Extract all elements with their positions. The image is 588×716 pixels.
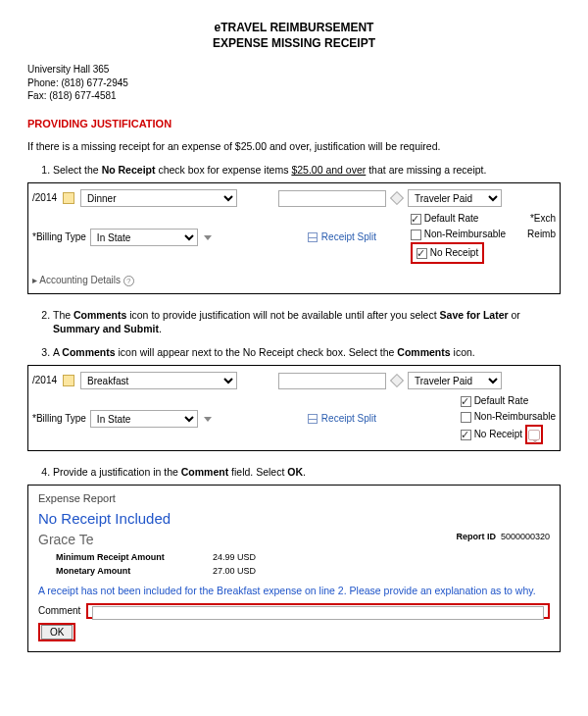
receipt-split-link[interactable]: Receipt Split <box>321 230 376 244</box>
monetary-label: Monetary Amount <box>56 565 213 577</box>
phone-line: Phone: (818) 677-2945 <box>27 77 561 90</box>
report-title: No Receipt Included <box>38 509 550 529</box>
billing-type-select[interactable]: In State <box>90 229 198 246</box>
report-note: A receipt has not been included for the … <box>38 584 550 597</box>
comments-icon-highlight <box>525 425 543 444</box>
page-title: eTRAVEL REIMBURSEMENT <box>27 20 561 35</box>
monetary-value: 27.00 USD <box>213 566 256 576</box>
section-heading: PROVIDING JUSTIFICATION <box>27 117 561 131</box>
step-1: Select the No Receipt check box for expe… <box>53 163 561 294</box>
screenshot-1: /2014 Dinner Traveler Paid *Billing Type… <box>27 182 561 294</box>
calendar-icon[interactable] <box>63 375 74 386</box>
default-rate-label: Default Rate <box>474 395 529 406</box>
comment-field-highlight <box>86 603 550 619</box>
date-fragment: /2014 <box>32 374 57 387</box>
step-4: Provide a justification in the Comment f… <box>53 465 561 652</box>
non-reimbursable-checkbox[interactable] <box>411 230 421 240</box>
no-receipt-label: No Receipt <box>430 247 478 258</box>
comment-input[interactable] <box>92 606 544 620</box>
expense-type-select[interactable]: Breakfast <box>80 372 237 389</box>
report-header: Expense Report <box>38 491 550 506</box>
non-reimbursable-label: Non-Reimbursable <box>424 229 506 239</box>
intro-text: If there is a missing receipt for an exp… <box>27 139 561 153</box>
help-icon[interactable]: ? <box>123 276 134 286</box>
step-3: A Comments icon will appear next to the … <box>53 345 561 451</box>
dropdown-icon <box>204 235 212 240</box>
amount-input[interactable] <box>278 373 386 389</box>
step-2: The Comments icon to provide justificati… <box>53 308 561 335</box>
reimb-label: Reimb <box>527 227 556 242</box>
expense-report-panel: Expense Report No Receipt Included Repor… <box>27 485 561 651</box>
receipt-split-link[interactable]: Receipt Split <box>321 412 376 426</box>
default-rate-label: Default Rate <box>424 213 479 224</box>
address-line: University Hall 365 <box>27 63 561 77</box>
calendar-icon[interactable] <box>63 192 74 204</box>
ok-button-highlight: OK <box>38 623 75 641</box>
report-id: Report ID 5000000320 <box>456 531 550 542</box>
non-reimbursable-checkbox[interactable] <box>461 412 471 423</box>
billing-type-label: *Billing Type <box>32 412 86 426</box>
payment-select[interactable]: Traveler Paid <box>408 372 502 389</box>
default-rate-checkbox[interactable] <box>461 396 471 407</box>
fax-line: Fax: (818) 677-4581 <box>27 89 561 103</box>
billing-type-select[interactable]: In State <box>90 410 198 428</box>
default-rate-checkbox[interactable] <box>411 214 421 225</box>
edit-icon[interactable] <box>390 191 404 205</box>
step-1-text: Select the No Receipt check box for expe… <box>53 164 486 176</box>
date-fragment: /2014 <box>32 191 57 205</box>
payment-select[interactable]: Traveler Paid <box>408 189 502 207</box>
screenshot-2: /2014 Breakfast Traveler Paid *Billing T… <box>27 365 561 451</box>
address-block: University Hall 365 Phone: (818) 677-294… <box>27 63 561 103</box>
no-receipt-highlight: No Receipt <box>411 242 484 264</box>
amount-input[interactable] <box>278 190 386 207</box>
exch-label: *Exch <box>530 211 556 227</box>
expense-type-select[interactable]: Dinner <box>80 189 237 207</box>
no-receipt-checkbox[interactable] <box>416 248 427 259</box>
page-subtitle: EXPENSE MISSING RECEIPT <box>27 35 561 51</box>
edit-icon[interactable] <box>390 374 404 387</box>
min-receipt-value: 24.99 USD <box>213 552 256 562</box>
accounting-details[interactable]: ▸ Accounting Details ? <box>32 274 556 287</box>
receipt-split-icon[interactable] <box>308 414 318 424</box>
comment-label: Comment <box>38 604 80 618</box>
dropdown-icon <box>204 417 212 422</box>
comments-icon[interactable] <box>528 430 540 440</box>
billing-type-label: *Billing Type <box>32 230 86 244</box>
ok-button[interactable]: OK <box>41 625 73 639</box>
no-receipt-label: No Receipt <box>474 429 522 439</box>
min-receipt-label: Minimum Receipt Amount <box>56 551 213 563</box>
receipt-split-icon[interactable] <box>308 232 318 242</box>
non-reimbursable-label: Non-Reimbursable <box>474 411 556 422</box>
no-receipt-checkbox[interactable] <box>461 430 471 440</box>
